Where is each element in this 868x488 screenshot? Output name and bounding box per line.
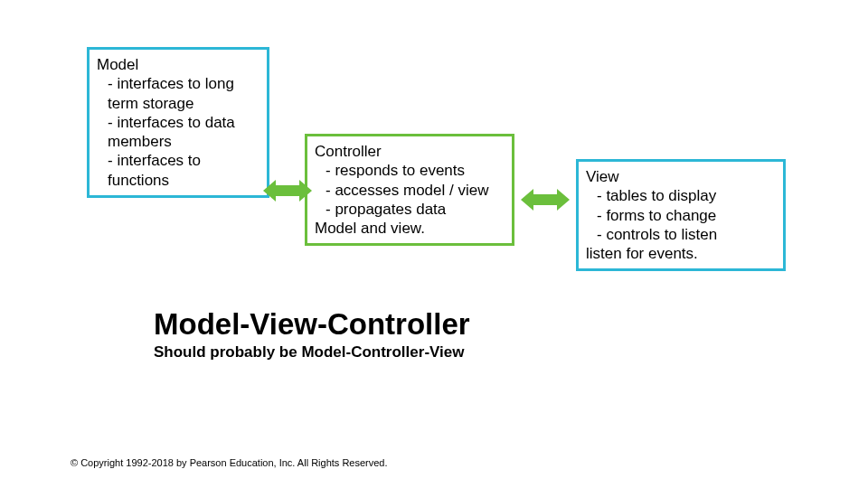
controller-item: - propagates data (315, 200, 505, 219)
controller-title: Controller (315, 142, 505, 161)
model-item: - interfaces to long term storage (97, 74, 259, 113)
slide: Model - interfaces to long term storage … (0, 0, 868, 488)
controller-box: Controller - responds to events - access… (305, 134, 514, 246)
view-title: View (586, 167, 776, 186)
view-item: - tables to display (586, 186, 776, 205)
controller-item: - accesses model / view (315, 181, 505, 200)
copyright: © Copyright 1992-2018 by Pearson Educati… (71, 457, 388, 468)
view-item: - forms to change (586, 206, 776, 225)
model-box: Model - interfaces to long term storage … (87, 47, 269, 198)
view-tail: listen for events. (586, 244, 776, 263)
model-item: - interfaces to functions (97, 151, 259, 190)
slide-subtitle: Should probably be Model-Controller-View (154, 343, 464, 361)
model-item: - interfaces to data members (97, 113, 259, 152)
model-title: Model (97, 55, 259, 74)
view-item: - controls to listen (586, 225, 776, 244)
view-box: View - tables to display - forms to chan… (576, 159, 786, 271)
controller-item: - responds to events (315, 161, 505, 180)
controller-tail: Model and view. (315, 219, 505, 238)
slide-title: Model-View-Controller (154, 307, 470, 342)
